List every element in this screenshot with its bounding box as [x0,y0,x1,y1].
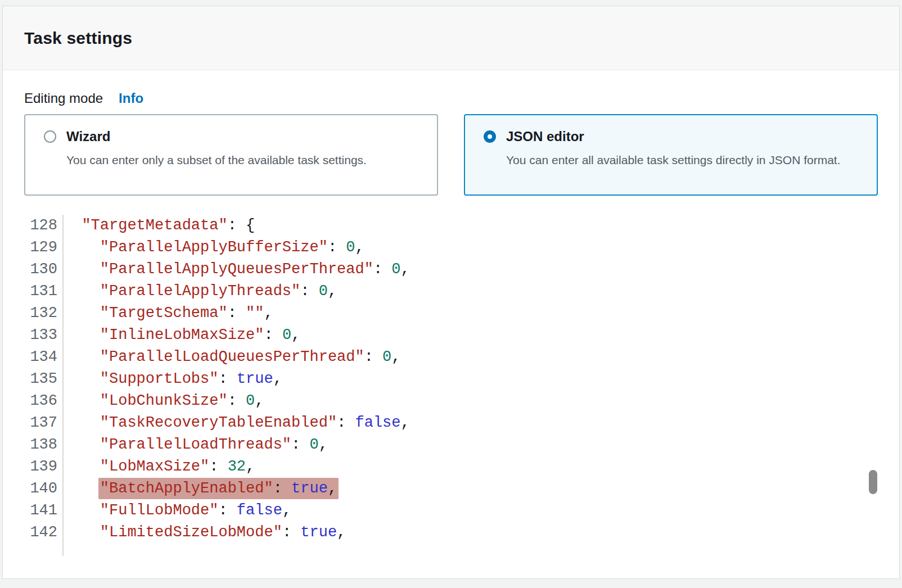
code-token-group: "ParallelApplyThreads": 0, [100,283,337,300]
code-token-group: "LobChunkSize": 0, [100,392,264,409]
code-line-133: 133 "InlineLobMaxSize": 0, [24,324,878,346]
code-token-group: "ParallelApplyBufferSize": 0, [100,239,364,256]
line-number: 131 [24,281,64,302]
line-number: 129 [24,237,64,259]
code-text: "FullLobMode": false, [64,500,291,522]
code-token-group: "ParallelLoadQueuesPerThread": 0, [100,349,401,365]
code-token-group: "FullLobMode": false, [100,502,291,519]
line-number: 140 [24,478,64,500]
line-number: 132 [24,302,64,324]
code-text: "TaskRecoveryTableEnabled": false, [64,412,410,434]
code-lines: 128 "TargetMetadata": {129 "ParallelAppl… [24,215,878,544]
code-token-group: "LobMaxSize": 32, [100,458,255,475]
code-text: "LobMaxSize": 32, [64,456,255,478]
code-token-group: "TargetMetadata": { [82,217,255,234]
code-line-135: 135 "SupportLobs": true, [24,368,878,390]
code-text: "ParallelApplyBufferSize": 0, [64,237,364,259]
json-code-editor[interactable]: 128 "TargetMetadata": {129 "ParallelAppl… [24,215,878,556]
line-number: 128 [24,215,64,237]
code-text: "TargetSchema": "", [64,302,273,324]
line-number: 130 [24,259,64,281]
code-text: "ParallelLoadThreads": 0, [64,434,328,456]
json-editor-option-description: You can enter all available task setting… [506,150,841,170]
line-number: 134 [24,346,64,368]
code-text: "InlineLobMaxSize": 0, [64,324,300,346]
code-text: "LimitedSizeLobMode": true, [64,522,346,544]
code-line-140: 140 "BatchApplyEnabled": true, [24,478,878,500]
code-text: "LobChunkSize": 0, [64,390,264,412]
gutter-tail [24,544,878,556]
code-line-139: 139 "LobMaxSize": 32, [24,456,878,478]
page-title: Task settings [24,29,132,48]
editor-scrollbar-thumb[interactable] [869,470,877,494]
code-text: "BatchApplyEnabled": true, [64,478,337,500]
line-number: 135 [24,368,64,390]
code-token-group: "LimitedSizeLobMode": true, [100,524,346,541]
code-token-group: "ParallelLoadThreads": 0, [100,436,328,453]
code-text: "ParallelApplyThreads": 0, [64,281,337,302]
line-number: 133 [24,324,64,346]
code-token-group: "ParallelApplyQueuesPerThread": 0, [100,261,410,278]
code-line-134: 134 "ParallelLoadQueuesPerThread": 0, [24,346,878,368]
code-line-128: 128 "TargetMetadata": { [24,215,878,237]
editing-mode-row: Editing mode Info [24,91,878,106]
editing-mode-label: Editing mode [24,91,103,106]
line-number: 142 [24,522,64,544]
line-number: 141 [24,500,64,522]
code-token-group: "TargetSchema": "", [100,305,273,322]
code-line-141: 141 "FullLobMode": false, [24,500,878,522]
wizard-radio-button[interactable] [44,130,56,143]
panel-header: Task settings [3,6,899,70]
code-text: "ParallelLoadQueuesPerThread": 0, [64,346,401,368]
code-line-129: 129 "ParallelApplyBufferSize": 0, [24,237,878,259]
code-line-142: 142 "LimitedSizeLobMode": true, [24,522,878,544]
wizard-option-text: Wizard You can enter only a subset of th… [66,129,367,170]
line-number: 136 [24,390,64,412]
code-text: "TargetMetadata": { [64,215,255,237]
code-token-group: "InlineLobMaxSize": 0, [100,327,300,343]
info-link[interactable]: Info [119,91,143,106]
code-line-131: 131 "ParallelApplyThreads": 0, [24,281,878,302]
json-editor-option-title: JSON editor [506,129,841,144]
code-line-138: 138 "ParallelLoadThreads": 0, [24,434,878,456]
task-settings-panel: Task settings Editing mode Info Wizard Y… [2,6,900,579]
code-text: "ParallelApplyQueuesPerThread": 0, [64,259,410,281]
code-line-136: 136 "LobChunkSize": 0, [24,390,878,412]
wizard-option-description: You can enter only a subset of the avail… [66,150,367,170]
line-number: 138 [24,434,64,456]
code-line-137: 137 "TaskRecoveryTableEnabled": false, [24,412,878,434]
json-editor-option-text: JSON editor You can enter all available … [506,129,841,170]
code-line-132: 132 "TargetSchema": "", [24,302,878,324]
wizard-option-title: Wizard [66,129,367,144]
editing-mode-options: Wizard You can enter only a subset of th… [24,114,878,196]
panel-body: Editing mode Info Wizard You can enter o… [3,70,899,556]
code-token-group: "TaskRecoveryTableEnabled": false, [100,414,410,431]
code-token-group: "SupportLobs": true, [100,370,282,387]
highlighted-code-token: "BatchApplyEnabled": true, [98,478,339,499]
line-number: 137 [24,412,64,434]
code-text: "SupportLobs": true, [64,368,282,390]
line-number: 139 [24,456,64,478]
json-editor-option-card[interactable]: JSON editor You can enter all available … [464,114,878,196]
wizard-option-card[interactable]: Wizard You can enter only a subset of th… [24,114,438,196]
json-editor-radio-button[interactable] [484,130,496,143]
code-line-130: 130 "ParallelApplyQueuesPerThread": 0, [24,259,878,281]
